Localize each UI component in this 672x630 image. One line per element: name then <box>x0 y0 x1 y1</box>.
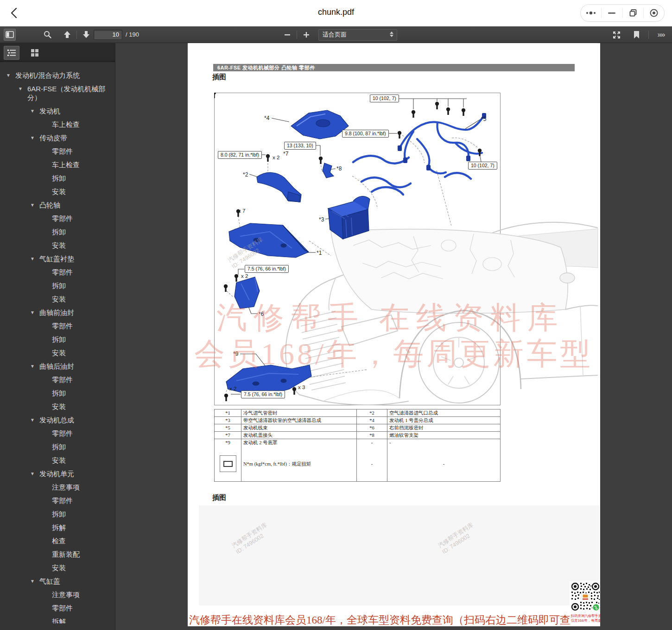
outline-item[interactable]: 拆卸 <box>0 386 115 400</box>
outline-item[interactable]: 拆解 <box>0 521 115 534</box>
outline-item[interactable]: ▼ 发动机/混合动力系统 <box>0 69 115 82</box>
outline-item[interactable]: 注意事项 <box>0 480 115 494</box>
outline-item[interactable]: ▼ 凸轮轴 <box>0 198 115 212</box>
caret-down-icon[interactable]: ▼ <box>30 201 39 209</box>
next-page-button[interactable] <box>80 29 92 41</box>
outline-item[interactable]: 车上检查 <box>0 158 115 171</box>
page-number-input[interactable] <box>94 30 122 40</box>
outline-item-label: 凸轮轴 <box>39 201 63 209</box>
caret-down-icon[interactable]: ▼ <box>30 107 39 115</box>
caret-down-icon[interactable]: ▼ <box>30 308 39 317</box>
exploded-parts-diagram: 10 (102, 7) 9.8 (100, 87 in.*lbf) 13 (13… <box>214 93 599 405</box>
outline-item[interactable]: ▼ 6AR-FSE（发动机机械部分） <box>0 82 115 104</box>
outline-item[interactable]: 零部件 <box>0 265 115 279</box>
zoom-level-select[interactable]: 适合页面 <box>318 29 397 41</box>
outline-tree: ▼ 发动机/混合动力系统 ▼ 6AR-FSE（发动机机械部分） ▼ 发动机 车上… <box>0 62 115 624</box>
outline-item[interactable]: 零部件 <box>0 601 115 615</box>
part-name-cell: 带空气滤清器软管的空气滤清器总成 <box>241 417 357 424</box>
outline-item[interactable]: 安装 <box>0 185 115 198</box>
qr-code <box>570 581 600 612</box>
outline-item[interactable]: 零部件 <box>0 427 115 440</box>
caret-down-icon[interactable]: ▼ <box>6 71 15 80</box>
outline-item[interactable]: 拆卸 <box>0 171 115 185</box>
double-chevron-icon: »» <box>658 30 665 39</box>
thumbnails-view-button[interactable] <box>27 46 43 60</box>
previous-page-button[interactable] <box>61 29 73 41</box>
part-number-label: *1 <box>317 250 322 256</box>
outline-item[interactable]: 拆卸 <box>0 279 115 292</box>
outline-item-label: 发动机 <box>39 107 63 115</box>
outline-item-label: 注意事项 <box>52 483 82 491</box>
part-number-label: *2 <box>243 171 248 178</box>
bookmark-button[interactable] <box>630 29 642 41</box>
outline-item[interactable]: 拆卸 <box>0 440 115 454</box>
torque-callout: 9.8 (100, 87 in.*lbf) <box>342 130 389 138</box>
caret-down-icon[interactable]: ▼ <box>18 84 27 93</box>
search-button[interactable] <box>41 29 53 41</box>
outline-item[interactable]: 车上检查 <box>0 118 115 131</box>
outline-item-label: 检查 <box>52 536 69 545</box>
outline-item[interactable]: 安装 <box>0 292 115 306</box>
outline-item[interactable]: 安装 <box>0 346 115 359</box>
caret-down-icon[interactable]: ▼ <box>30 469 39 478</box>
fullscreen-button[interactable] <box>610 29 622 41</box>
outline-item[interactable]: 零部件 <box>0 319 115 333</box>
outline-item[interactable]: ▼ 发动机总成 <box>0 413 115 427</box>
outline-item[interactable]: 拆卸 <box>0 333 115 346</box>
part-number-label: *7 <box>283 151 288 157</box>
outline-item[interactable]: 零部件 <box>0 373 115 386</box>
caret-down-icon[interactable]: ▼ <box>30 133 39 142</box>
outline-item-label: 拆卸 <box>52 227 69 236</box>
outline-item[interactable]: 拆卸 <box>0 225 115 239</box>
outline-item[interactable]: ▼ 气缸盖衬垫 <box>0 252 115 265</box>
outline-item-label: 安装 <box>52 241 69 250</box>
more-button[interactable] <box>581 8 602 18</box>
outline-item[interactable]: 零部件 <box>0 212 115 225</box>
target-button[interactable] <box>644 8 664 18</box>
toolbar-more-button[interactable]: »» <box>655 29 667 41</box>
outline-item[interactable]: 检查 <box>0 534 115 548</box>
outline-item[interactable]: ▼ 发动机单元 <box>0 467 115 480</box>
outline-item[interactable]: 零部件 <box>0 145 115 158</box>
fastener-quantity-label: x 2 <box>241 273 248 279</box>
restore-button[interactable] <box>623 8 644 18</box>
outline-item-label: 拆卸 <box>52 510 69 518</box>
outline-item[interactable]: ▼ 曲轴前油封 <box>0 306 115 319</box>
outline-item[interactable]: 注意事项 <box>0 588 115 601</box>
qr-caption-line1: 扫码查询汽修帮手资料 <box>571 614 600 618</box>
outline-item-label: 注意事项 <box>52 590 82 599</box>
outline-item[interactable]: 重新装配 <box>0 548 115 561</box>
outline-item[interactable]: 拆卸 <box>0 507 115 521</box>
fastener-quantity-label: x 3 <box>298 384 305 390</box>
caret-down-icon[interactable]: ▼ <box>30 577 39 586</box>
caret-down-icon[interactable]: ▼ <box>30 416 39 424</box>
parts-table-row: *1 冷气进气管密封 *2 空气滤清器进气口总成 <box>215 410 500 417</box>
outline-item[interactable]: 安装 <box>0 400 115 413</box>
outline-item[interactable]: ▼ 发动机 <box>0 104 115 118</box>
outline-item[interactable]: 零部件 <box>0 494 115 507</box>
outline-item-label: 拆卸 <box>52 389 69 397</box>
minimize-button[interactable] <box>602 8 622 18</box>
caret-down-icon[interactable]: ▼ <box>30 254 39 263</box>
outline-item-label: 安装 <box>52 187 69 196</box>
outline-item-label: 安装 <box>52 402 69 411</box>
outline-item[interactable]: ▼ 曲轴后油封 <box>0 359 115 373</box>
torque-callout: 10 (102, 7) <box>370 94 399 102</box>
outline-view-button[interactable] <box>4 46 19 60</box>
caret-down-icon[interactable]: ▼ <box>30 362 39 371</box>
part-ref-cell: *5 <box>215 424 241 431</box>
outline-item[interactable]: 安装 <box>0 239 115 252</box>
outline-item[interactable]: 安装 <box>0 454 115 467</box>
outline-item[interactable]: 拆解 <box>0 615 115 624</box>
zoom-in-button[interactable] <box>300 29 312 41</box>
part-number-label: *8 <box>336 165 342 172</box>
outline-item[interactable]: 安装 <box>0 561 115 574</box>
outline-item-label: 发动机单元 <box>39 469 77 478</box>
part-name-cell: 冷气进气管密封 <box>241 410 357 416</box>
outline-item[interactable]: ▼ 气缸盖 <box>0 574 115 588</box>
outline-item[interactable]: ▼ 传动皮带 <box>0 131 115 145</box>
sidebar-toggle-button[interactable] <box>4 29 16 41</box>
part-name-cell: 发动机线束 <box>241 424 357 431</box>
zoom-out-button[interactable] <box>281 29 293 41</box>
thumbnails-grid-icon <box>31 49 39 57</box>
